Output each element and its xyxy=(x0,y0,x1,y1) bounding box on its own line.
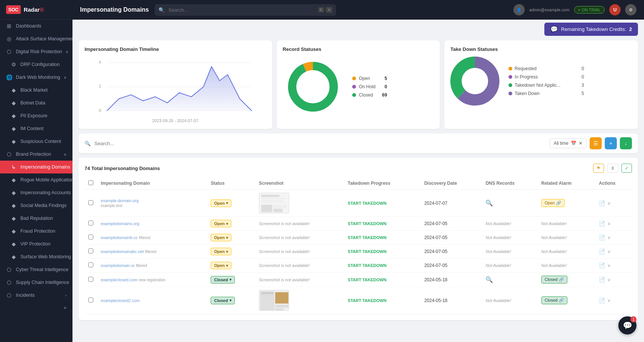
sidebar-item-attack-surface[interactable]: ◎ Attack Surface Management › xyxy=(0,32,72,45)
sidebar-item-surface-web[interactable]: ◆ Surface Web Monitoring xyxy=(0,250,72,263)
search-clear-button[interactable]: ✕ xyxy=(326,7,332,13)
sidebar-item-drp-config[interactable]: ⚙ DRP Configuration xyxy=(0,58,72,71)
takedown-legend-inprogress: In Progress 0 xyxy=(508,74,584,80)
domain-link[interactable]: exampledomainabc.net xyxy=(101,249,144,254)
chat-fab-button[interactable]: 💬 1 xyxy=(618,316,636,334)
dns-search-icon[interactable]: 🔍 xyxy=(485,200,493,206)
sidebar-item-supply-chain[interactable]: ⬡ Supply Chain Intelligence › xyxy=(0,276,72,289)
start-takedown-link[interactable]: START TAKEDOWN xyxy=(348,249,387,254)
alarm-badge-closed[interactable]: Closed 🔗 xyxy=(541,296,567,304)
sidebar-item-dashboards[interactable]: ⊞ Dashboards xyxy=(0,20,72,32)
row-checkbox[interactable] xyxy=(88,277,93,282)
header-search: 🔍 ✕ K xyxy=(155,4,336,16)
expand-row-button[interactable]: ∨ xyxy=(607,235,611,240)
svg-rect-27 xyxy=(275,308,283,310)
sidebar-item-vip-protection[interactable]: ◆ VIP Protection xyxy=(0,238,72,250)
dark-web-icon: 🌐 xyxy=(6,74,12,80)
sidebar-item-im-content[interactable]: ◆ IM Content xyxy=(0,122,72,135)
header-search-input[interactable] xyxy=(155,4,336,16)
select-all-checkbox[interactable] xyxy=(88,180,93,185)
sidebar-item-impersonating-domains[interactable]: ↳ Impersonating Domains xyxy=(0,161,72,173)
domain-link[interactable]: exampledomains.org xyxy=(101,221,139,226)
status-badge-open[interactable]: Open ▾ xyxy=(211,199,231,207)
row-checkbox[interactable] xyxy=(88,235,93,239)
status-badge-open[interactable]: Open ▾ xyxy=(211,234,231,241)
status-badge-open[interactable]: Open ▾ xyxy=(211,248,231,255)
sidebar-item-social-media[interactable]: ◆ Social Media Findings xyxy=(0,199,72,212)
add-button[interactable]: + xyxy=(605,137,617,149)
sidebar-item-cyber-threat[interactable]: ⬡ Cyber Threat Intelligence › xyxy=(0,263,72,276)
col-dns: DNS Records xyxy=(482,177,537,190)
row-dns-cell: Not Available! xyxy=(482,259,537,273)
sidebar-item-rogue-mobile[interactable]: ◆ Rogue Mobile Applications xyxy=(0,173,72,186)
takedown-legend: Requested 0 In Progress 0 xyxy=(508,66,584,96)
sidebar-item-suspicious[interactable]: ◆ Suspicious Content xyxy=(0,135,72,148)
domain-link[interactable]: exampleclosed.com xyxy=(101,278,137,282)
domain-link[interactable]: example-domain.org xyxy=(101,198,203,203)
row-checkbox[interactable] xyxy=(88,200,93,205)
start-takedown-link[interactable]: START TAKEDOWN xyxy=(348,278,387,282)
svg-rect-14 xyxy=(261,198,287,199)
svg-rect-15 xyxy=(261,200,283,201)
start-takedown-link[interactable]: START TAKEDOWN xyxy=(348,221,387,226)
row-checkbox[interactable] xyxy=(88,221,93,225)
requested-dot xyxy=(508,67,512,71)
expand-row-button[interactable]: ∨ xyxy=(607,263,611,268)
expand-row-button[interactable]: ∨ xyxy=(607,201,611,206)
domain-link[interactable]: exampledomain.io xyxy=(101,263,134,268)
sidebar-item-fraud-protection[interactable]: ◆ Fraud Protection xyxy=(0,225,72,238)
alarm-not-available: Not Available! xyxy=(541,235,567,240)
clear-date-icon[interactable]: ✕ xyxy=(579,141,582,146)
row-checkbox[interactable] xyxy=(88,248,93,253)
expand-row-button[interactable]: ∨ xyxy=(607,221,611,226)
download-action-icon[interactable]: 📄 xyxy=(599,262,605,268)
status-badge-closed[interactable]: Closed ▾ xyxy=(211,276,235,284)
row-checkbox[interactable] xyxy=(88,262,93,267)
download-action-icon[interactable]: 📄 xyxy=(599,298,605,304)
social-media-icon: ◆ xyxy=(11,202,17,209)
download-action-icon[interactable]: 📄 xyxy=(599,277,605,283)
dropdown-icon: ▾ xyxy=(226,236,228,240)
filter-search-icon: 🔍 xyxy=(85,141,91,146)
export-button[interactable]: ↓ xyxy=(620,137,632,149)
start-takedown-link[interactable]: START TAKEDOWN xyxy=(348,263,387,268)
status-badge-open[interactable]: Open ▾ xyxy=(211,262,231,269)
sidebar-item-incidents[interactable]: ⬡ Incidents › xyxy=(0,289,72,302)
filter-search-input[interactable] xyxy=(94,141,546,146)
alarm-badge-open[interactable]: Open 🔗 xyxy=(541,199,565,207)
sidebar-item-label: Supply Chain Intelligence xyxy=(16,280,69,285)
download-action-icon[interactable]: 📄 xyxy=(599,221,605,227)
pause-button[interactable]: ⏸ xyxy=(607,164,618,173)
domain-link[interactable]: exampleclosed2.com xyxy=(101,298,140,303)
filter-button[interactable]: ☰ xyxy=(590,137,602,149)
status-badge-closed[interactable]: Closed ▾ xyxy=(211,297,235,304)
expand-row-button[interactable]: ∨ xyxy=(607,249,611,254)
row-status-cell: Closed ▾ xyxy=(207,287,255,314)
sidebar-item-digital-risk[interactable]: ⬡ Digital Risk Protection ∨ xyxy=(0,45,72,58)
status-badge-open[interactable]: Open ▾ xyxy=(211,220,231,227)
alarm-badge-closed[interactable]: Closed 🔗 xyxy=(541,276,567,284)
sidebar-item-pii[interactable]: ◆ PII Exposure xyxy=(0,109,72,122)
filter-active-button[interactable]: ⚑ xyxy=(593,164,604,173)
start-takedown-link[interactable]: START TAKEDOWN xyxy=(348,201,387,206)
sidebar-item-dark-web[interactable]: 🌐 Dark Web Monitoring ∨ xyxy=(0,71,72,84)
sidebar-item-brand-protection[interactable]: ⬡ Brand Protection ∨ xyxy=(0,148,72,161)
download-action-icon[interactable]: 📄 xyxy=(599,248,605,255)
collapse-sidebar-button[interactable]: « xyxy=(0,302,72,313)
date-filter[interactable]: All time 📅 ✕ xyxy=(550,138,587,148)
sidebar-item-bad-reputation[interactable]: ◆ Bad Reputation xyxy=(0,212,72,225)
download-action-icon[interactable]: 📄 xyxy=(599,200,605,206)
sidebar-item-black-market[interactable]: ◆ Black Market xyxy=(0,84,72,97)
dropdown-icon: ▾ xyxy=(226,250,228,254)
dns-search-icon[interactable]: 🔍 xyxy=(485,276,493,283)
expand-row-button[interactable]: ∨ xyxy=(607,298,611,303)
start-takedown-link[interactable]: START TAKEDOWN xyxy=(348,298,387,303)
download-action-icon[interactable]: 📄 xyxy=(599,235,605,241)
sidebar-item-impersonating-accounts[interactable]: ◆ Impersonating Accounts xyxy=(0,186,72,199)
start-takedown-link[interactable]: START TAKEDOWN xyxy=(348,235,387,240)
sidebar-item-botnet[interactable]: ◆ Botnet Data xyxy=(0,97,72,109)
domain-link[interactable]: exampledomainb.cc xyxy=(101,235,138,240)
expand-row-button[interactable]: ∨ xyxy=(607,277,611,282)
row-checkbox[interactable] xyxy=(88,298,93,302)
check-button[interactable]: ✓ xyxy=(621,164,632,173)
